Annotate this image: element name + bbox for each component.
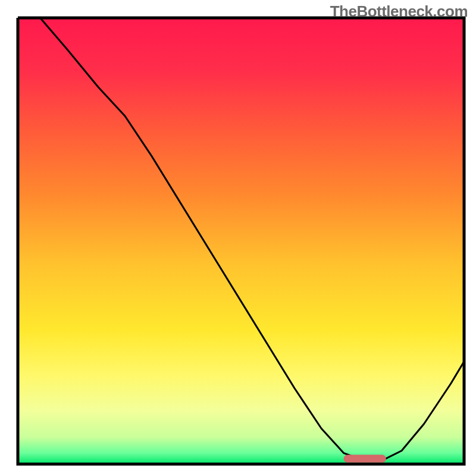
plot-background [18,18,464,464]
chart-container: TheBottleneck.com [0,0,476,476]
bottleneck-chart [0,0,476,476]
optimal-range-marker [344,455,386,463]
watermark-text: TheBottleneck.com [330,2,468,21]
